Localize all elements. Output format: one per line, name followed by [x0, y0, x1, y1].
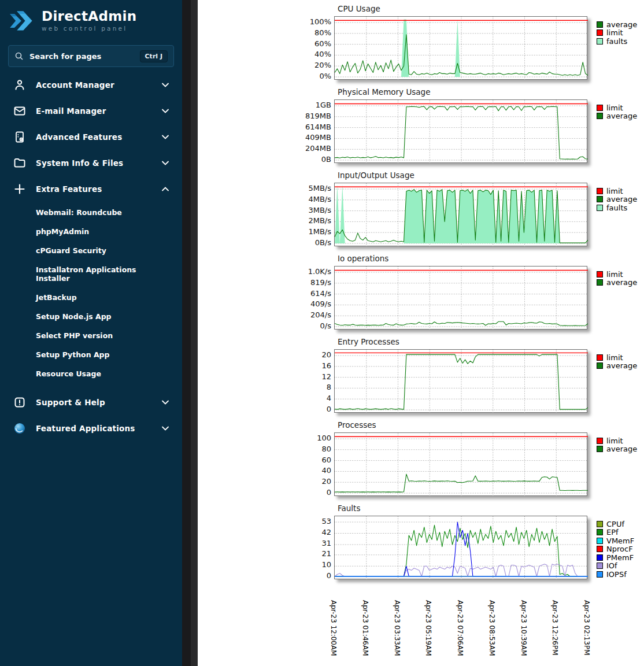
y-axis-tick-label: 0% — [319, 72, 331, 80]
chart-faults: Faults53423121100CPUfEPfVMemFNprocFPMemF… — [306, 503, 644, 579]
sidebar-item-advanced-features[interactable]: Advanced Features — [0, 124, 182, 150]
legend-label: limit — [606, 437, 623, 445]
chart-legend: limitaverage — [597, 99, 637, 120]
legend-item-limit: limit — [597, 436, 637, 445]
chevron-down-icon — [161, 399, 169, 405]
legend-label: limit — [606, 354, 623, 361]
legend-swatch — [597, 554, 603, 561]
chart-legend: limitaveragefaults — [597, 183, 637, 212]
search-input[interactable] — [28, 51, 140, 61]
y-axis-tick-label: 204/s — [310, 310, 331, 319]
legend-label: limit — [606, 271, 623, 278]
legend-label: EPf — [606, 528, 619, 536]
y-axis-tick-label: 80 — [321, 445, 331, 453]
y-axis-tick-label: 60% — [314, 39, 331, 48]
legend-label: CPUf — [606, 520, 624, 528]
legend-item-average: average — [597, 112, 637, 121]
directadmin-app: DirectAdmin web control panel Ctrl J Acc… — [0, 0, 644, 666]
sidebar-subitem-webmail-roundcube[interactable]: Webmail: Roundcube — [0, 203, 182, 222]
sidebar-item-extra-features[interactable]: Extra Features — [0, 176, 182, 202]
x-axis-label: Apr-23 02:13PM — [583, 600, 591, 656]
y-axis-tick-label: 1GB — [316, 101, 331, 109]
sidebar-subitem-jetbackup[interactable]: JetBackup — [0, 288, 182, 307]
doc-gear-icon — [13, 130, 27, 144]
y-axis-tick-label: 204MB — [305, 144, 331, 153]
chart-cpu-usage: CPU Usage100%80%60%40%20%0%averagelimitf… — [306, 3, 644, 80]
y-axis-tick-label: 53 — [321, 517, 331, 526]
y-axis-tick-label: 40% — [314, 50, 331, 58]
sidebar-item-label: System Info & Files — [36, 158, 161, 168]
legend-label: average — [606, 279, 637, 286]
sidebar-subitem-setup-python-app[interactable]: Setup Python App — [0, 345, 182, 364]
chart-legend: limitaverage — [597, 432, 637, 453]
y-axis-labels: 100%80%60%40%20%0% — [306, 16, 334, 80]
legend-label: average — [606, 112, 637, 120]
user-icon — [13, 78, 27, 92]
y-axis-tick-label: 31 — [321, 539, 331, 547]
charts-container: CPU Usage100%80%60%40%20%0%averagelimitf… — [306, 3, 644, 579]
legend-swatch — [597, 38, 603, 45]
chart-plot-input-output-usage — [334, 183, 587, 246]
app-title: DirectAdmin — [42, 10, 136, 23]
logo[interactable]: DirectAdmin web control panel — [0, 0, 182, 39]
app-subtitle: web control panel — [42, 25, 136, 32]
chart-legend: limitaverage — [597, 349, 637, 370]
sidebar-subitem-cpguard-security[interactable]: cPGuard Security — [0, 241, 182, 260]
chart-title: Io operations — [306, 253, 644, 264]
mail-icon — [13, 104, 27, 118]
y-axis-labels: 1GB819MB614MB409MB204MB0B — [306, 99, 334, 163]
sidebar-item-support-help[interactable]: Support & Help — [0, 389, 182, 415]
legend-label: PMemF — [606, 554, 634, 561]
y-axis-labels: 201612840 — [306, 349, 334, 413]
legend-label: faults — [606, 38, 627, 45]
sidebar-item-system-info-files[interactable]: System Info & Files — [0, 150, 182, 176]
resource-usage-panel: CPU Usage100%80%60%40%20%0%averagelimitf… — [198, 0, 644, 666]
legend-label: faults — [606, 204, 627, 212]
chart-title: Faults — [306, 503, 644, 513]
y-axis-tick-label: 16 — [321, 361, 331, 370]
y-axis-labels: 53423121100 — [306, 516, 334, 579]
chart-title: Entry Processes — [306, 336, 644, 347]
search-box[interactable]: Ctrl J — [8, 45, 174, 67]
legend-item-average: average — [597, 20, 637, 29]
chevron-down-icon — [161, 108, 169, 114]
legend-swatch — [597, 521, 603, 527]
y-axis-tick-label: 4 — [327, 394, 331, 402]
legend-swatch — [597, 571, 603, 578]
sidebar-item-label: E-mail Manager — [36, 106, 161, 116]
search-shortcut-badge: Ctrl J — [140, 50, 168, 62]
sidebar-subitem-installatron-applications-installer[interactable]: Installatron Applications Installer — [0, 260, 182, 288]
legend-swatch — [597, 188, 603, 194]
y-axis-tick-label: 1MB/s — [308, 227, 331, 236]
y-axis-labels: 1.0K/s819/s614/s409/s204/s0/s — [306, 266, 334, 330]
chart-entry-processes: Entry Processes201612840limitaverage — [306, 336, 644, 413]
legend-item-limit: limit — [597, 187, 637, 195]
sidebar-item-e-mail-manager[interactable]: E-mail Manager — [0, 98, 182, 124]
sidebar-menu: Account ManagerE-mail ManagerAdvanced Fe… — [0, 72, 182, 441]
sidebar-item-account-manager[interactable]: Account Manager — [0, 72, 182, 98]
chart-io-operations: Io operations1.0K/s819/s614/s409/s204/s0… — [306, 253, 644, 330]
y-axis-tick-label: 614MB — [305, 123, 331, 131]
y-axis-tick-label: 5MB/s — [308, 184, 331, 193]
sidebar-subitem-select-php-version[interactable]: Select PHP version — [0, 326, 182, 345]
legend-swatch — [597, 279, 603, 286]
x-axis-label: Apr-23 05:19AM — [424, 600, 432, 656]
y-axis-tick-label: 8 — [327, 383, 331, 391]
chart-title: Processes — [306, 420, 644, 430]
sidebar-subitem-setup-node-js-app[interactable]: Setup Node.js App — [0, 307, 182, 326]
sidebar-item-featured-applications[interactable]: Featured Applications — [0, 415, 182, 441]
y-axis-tick-label: 409/s — [310, 299, 331, 308]
chart-physical-memory-usage: Physical Memory Usage1GB819MB614MB409MB2… — [306, 87, 644, 163]
legend-item-limit: limit — [597, 29, 637, 38]
sidebar-subitem-resource-usage[interactable]: Resource Usage — [0, 364, 182, 383]
y-axis-tick-label: 409MB — [305, 133, 331, 142]
legend-item-epf: EPf — [597, 528, 634, 537]
plus-icon — [13, 182, 27, 196]
legend-item-nprocf: NprocF — [597, 545, 634, 554]
sidebar-scrollbar[interactable] — [182, 0, 198, 666]
legend-item-average: average — [597, 279, 637, 287]
legend-label: limit — [606, 104, 623, 112]
sidebar-subitem-phpmyadmin[interactable]: phpMyAdmin — [0, 222, 182, 241]
sidebar-submenu: Webmail: RoundcubephpMyAdmincPGuard Secu… — [0, 203, 182, 383]
x-axis-label: Apr-23 10:39AM — [520, 600, 528, 656]
